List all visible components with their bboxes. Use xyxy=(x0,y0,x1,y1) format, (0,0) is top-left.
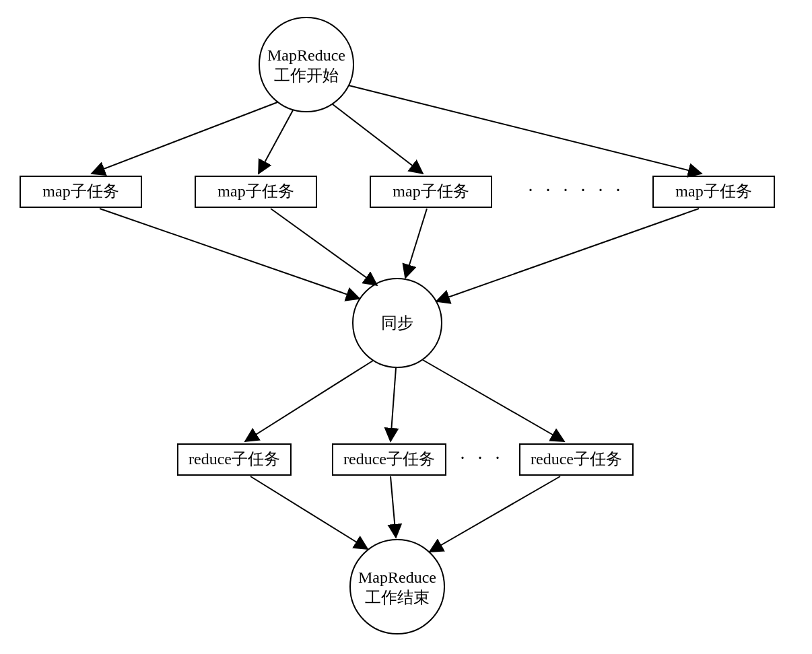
map-task-1-label: map子任务 xyxy=(42,182,119,200)
arrow-reduce1-to-end xyxy=(250,476,368,549)
arrow-reduce3-to-end xyxy=(430,476,560,552)
map-task-3-label: map子任务 xyxy=(393,182,469,200)
reduce-task-1-label: reduce子任务 xyxy=(189,450,280,468)
end-node: MapReduce 工作结束 xyxy=(350,540,444,634)
reduce-task-2-label: reduce子任务 xyxy=(343,450,435,468)
reduce-task-1: reduce子任务 xyxy=(178,444,291,475)
start-label-line1: MapReduce xyxy=(267,46,345,64)
sync-node: 同步 xyxy=(353,279,442,367)
start-node: MapReduce 工作开始 xyxy=(259,17,353,112)
arrow-start-to-map1 xyxy=(92,102,277,174)
map-task-2-label: map子任务 xyxy=(217,182,294,200)
arrow-sync-to-reduce2 xyxy=(391,368,396,441)
arrow-sync-to-reduce1 xyxy=(245,361,373,441)
end-circle-icon xyxy=(350,540,444,634)
reduce-ellipsis: · · · xyxy=(461,447,504,468)
arrow-map3-to-sync xyxy=(405,209,427,278)
reduce-task-2: reduce子任务 xyxy=(333,444,446,475)
arrow-start-to-map4 xyxy=(349,85,702,174)
map-task-4: map子任务 xyxy=(653,176,774,207)
arrow-map4-to-sync xyxy=(436,209,699,301)
reduce-task-3: reduce子任务 xyxy=(520,444,633,475)
map-task-3: map子任务 xyxy=(370,176,492,207)
arrow-start-to-map3 xyxy=(333,104,423,174)
arrow-start-to-map2 xyxy=(259,110,293,174)
start-label-line2: 工作开始 xyxy=(274,67,339,84)
start-circle-icon xyxy=(259,17,353,112)
arrow-sync-to-reduce3 xyxy=(423,360,564,441)
end-label-line2: 工作结束 xyxy=(365,589,430,606)
arrow-map1-to-sync xyxy=(100,209,360,299)
map-task-4-label: map子任务 xyxy=(675,182,751,200)
reduce-task-3-label: reduce子任务 xyxy=(531,450,622,468)
mapreduce-flow-diagram: MapReduce 工作开始 map子任务 map子任务 map子任务 · · … xyxy=(0,0,812,654)
end-label-line1: MapReduce xyxy=(358,569,436,586)
sync-label: 同步 xyxy=(381,314,413,332)
map-ellipsis: · · · · · · xyxy=(529,180,625,201)
arrow-reduce2-to-end xyxy=(391,476,396,538)
map-task-1: map子任务 xyxy=(20,176,141,207)
map-task-2: map子任务 xyxy=(195,176,316,207)
